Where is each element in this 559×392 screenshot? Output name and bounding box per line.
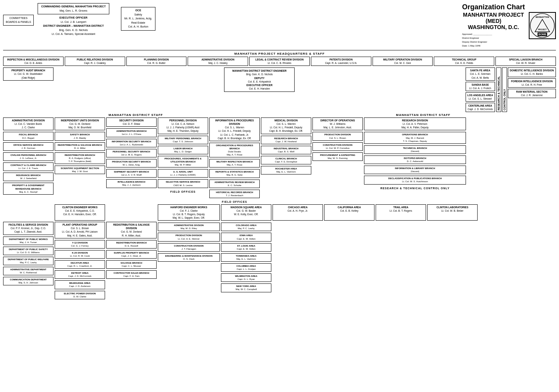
oce-line4: Col. A. H. Burton — [128, 25, 148, 28]
cs-title: CONTRACTOR SALES BRANCH — [114, 272, 149, 274]
domestic-intel-title: DOMESTIC INTELLIGENCE DIVISION — [510, 69, 554, 72]
pd-name: Col. S. L. Brown — [329, 137, 346, 139]
district-staff-grid: ADMINISTRATIVE DIVISION Lt. Col. C. Vand… — [3, 117, 556, 203]
sp-name1: Capt. J. C. Deal, Jr. — [121, 255, 141, 257]
chicago-area-box: CHICAGO AREA Col. A. H. Frye, Jr. — [273, 204, 323, 221]
rbf-name: D. E. Russell — [125, 245, 138, 247]
ibm-name: Capt. B. S. Wolf — [278, 150, 295, 153]
clinical-branch: CLINICAL BRANCH Capt. F. E. Donoghue — [261, 156, 311, 164]
rb-name1: R. A. Rodgers (office) — [69, 157, 91, 159]
ton-name: Maj. E. L. VanHorn — [236, 258, 256, 260]
hq-div-7-title: TECHNICAL GROUP — [436, 58, 492, 61]
admin-div-field-box: ADMINISTRATIVE DIVSION Maj. M. D. Riley — [158, 223, 220, 231]
plant-ops-col: PLANT OPERATONS GROUP Col. S. L. Brown L… — [55, 222, 105, 299]
cb-title: CLINICAL BRANCH — [275, 157, 297, 160]
header-left: COMMITTEES BOARDS & PANELS COMMANDING GE… — [3, 3, 155, 37]
production-div-box: PRODUCTION DIVISION Col. S. L. Brown — [312, 132, 363, 140]
cb-name: Capt. F. E. Donoghue — [275, 161, 297, 163]
rochester-area: ROCHESTER AREA Maj. E. L. VanHorn — [261, 166, 311, 174]
milwaukee-box: MILWAUKEE AREA Capt. J. D. Anderson — [55, 280, 105, 289]
page: COMMITTEES BOARDS & PANELS COMMANDING GE… — [0, 0, 559, 392]
detroit-box: DETROIT AREA Capt. J. D. McCormick — [55, 270, 105, 279]
rbf-title: REDISTRIBUTION BRANCH — [116, 242, 147, 244]
org-chart-title: Organization Chart — [462, 3, 525, 12]
geo-areas: SANTA FE AREA Col. L. E. Seeman Col. A. … — [466, 67, 495, 112]
admin-div-box: ADMINISTRATIVE DIVISION Lt. Col. C. Vand… — [3, 117, 53, 130]
wil-title: WILMINGTON AREA — [235, 275, 257, 277]
pb-title: PROCEDURES, ASSIGNMENTS & UTILIZATION BR… — [164, 157, 201, 163]
empty-fo-2 — [106, 204, 157, 221]
hrb-name: T. J. Rentenbach — [226, 194, 243, 197]
indep-name: Col. G. M. Dorland — [57, 122, 103, 126]
empty-bot-2 — [324, 222, 374, 299]
adf-title: ADMINISTRATIVE DIVSION — [174, 224, 204, 226]
ep-title: ELECTRIC POWER DIVISION — [64, 292, 96, 295]
sec-title: SECURITY DIVISION — [108, 119, 155, 122]
admin-div-col: ADMINISTRATIVE DIVISION Lt. Col. C. Vand… — [3, 117, 53, 203]
admin-branch-sec: ADMINISTRATIVE BRANCH 1st Lt. J. L. O'Ga… — [106, 128, 157, 137]
ins-title: INSURANCE BRANCH — [16, 174, 40, 176]
ssv-title: SELECTIVE SERVICE BRANCH — [166, 181, 200, 183]
rd-title: RESEARCH DIVISION — [366, 119, 464, 122]
command-structure: COMMANDING GENERAL MANHATTAN PROJECT Maj… — [38, 3, 109, 37]
raw-material-name: Col. J. R. Janarone — [510, 93, 554, 97]
clinton-labs-box: CLINTON LABORATORIES Lt. Col. W. B. Bebe… — [427, 204, 478, 221]
isob-name: D. C. Aebersold — [407, 160, 423, 162]
dpb-title: DECLASSIFICATION & PUBLICATIONS BRANCH — [388, 177, 442, 180]
wilmington-box: WILMINGTON AREA Capt. G. L. Ryan — [221, 273, 271, 282]
raw-material-box: RAW MATERIAL SECTION Col. J. R. Janarone — [508, 89, 556, 98]
cp-name: J. G. LeSieur, Jr. — [20, 157, 37, 159]
med-name1: Col. S. L. Warren — [263, 122, 309, 126]
pwel-title: DEPARTMENT OF PUBLIC WELFARE — [8, 258, 49, 261]
redist-salvage-div-box: REDISTRIBUTION & SALVAGE DIVISION Col. G… — [106, 222, 157, 238]
ps-title: DEPARTMENT OF PUBLIC SAFETY — [9, 248, 48, 250]
obr-title: OPERATIONS BRANCH — [402, 133, 428, 136]
dec-title: DECATUR AREA — [71, 262, 89, 264]
do-name2: Maj. L. E. Johnston, Asst. — [314, 126, 361, 129]
public-welfare-box: DEPARTMENT OF PUBLIC WELFARE Maj. P. C. … — [3, 257, 53, 265]
ms-name2: W. E. Kelly, Exec. Off. — [223, 212, 269, 216]
iowa-title: IOWA AREA — [240, 234, 253, 237]
rsd-name1: Col. G. M. Dorland — [108, 230, 155, 233]
po-name2: Lt. Col. A. D. Arnold, PH Liaison — [57, 230, 103, 233]
construction-div-box: CONSTRUCTION DIVISION Lt. Col. W. P. Cor… — [312, 142, 363, 151]
security-col: SECURITY DIVISION Col. D. F. Shaw ADMINI… — [106, 117, 157, 203]
district-staff-labels: MANHATTAN DISTRICT STAFF MANHATTAN DISTR… — [3, 113, 556, 117]
info-security-branch: INFORMATION SECURITY BRANCH 1st Lt. A. L… — [106, 139, 157, 147]
admin-review-branch: ADMINISTRATIVE REVIEW BRANCH E. C. Schul… — [209, 180, 260, 188]
ilb-name: (Vacant) — [411, 170, 419, 173]
centerline-title: CENTERLINE AREA — [468, 104, 493, 107]
plant-ops-box: PLANT OPERATONS GROUP Col. S. L. Brown L… — [55, 222, 105, 238]
pb-name: Maj. W. P. Miller — [175, 164, 192, 166]
director-ops-col: DIRECTOR OF OPERATIONS W. J. Williams Ma… — [312, 117, 363, 203]
ab-title: ADMINISTRATIVE BRANCH — [116, 130, 147, 132]
foreign-intel-title: FOREIGN INTELLIGENCE DIVISON — [510, 79, 554, 83]
columbia-area-box: COLUMBIA AREA Capt. L. L. Grotjan — [221, 263, 271, 272]
hq-div-2: PLANNING DIVISION Col. R. G. Butler — [126, 57, 187, 66]
empty-fo-1 — [3, 204, 53, 221]
mpb-name: Capt. T. S. Johnson — [173, 140, 193, 143]
property-govt-branch: PROPERTY & GOVERNMENT WAREHOUSE BRANCH M… — [3, 183, 53, 194]
hew-title: HANFORD ENGINEER WORKS — [160, 205, 218, 209]
sandia-title: SANDIA BASE — [468, 83, 493, 86]
research-div-col: RESEARCH DIVISION Lt. Col. A. V. Peterso… — [364, 117, 466, 203]
svg-text:PROJECT: PROJECT — [538, 29, 547, 31]
district-staff-label-left: MANHATTAN DISTRICT STAFF — [3, 113, 268, 117]
rsd-title: REDISTRIBUTION & SALVAGE DIVISION — [108, 223, 155, 230]
isb-title: INFORMATION SECURITY BRANCH — [112, 140, 151, 143]
redist-branch-field-box: REDISTRIBUTION BRANCH D. E. Russell — [106, 240, 157, 249]
cs-name: Capt. F. H. Fain — [123, 275, 140, 277]
madison-sq-box: MADISON SQUARE AREA Col. G. W. Basler W.… — [221, 204, 271, 221]
hanford-sub-col: ADMINISTRATIVE DIVSION Maj. M. D. Riley … — [158, 222, 220, 299]
right-col: SANTA FE AREA Col. L. E. Seeman Col. A. … — [466, 67, 556, 112]
district-center: MANHATTAN DISTRICT DISTRICT ENGINEER Bri… — [55, 67, 464, 112]
cd-name: Lt. Col. W. P. Cornelius — [326, 147, 349, 149]
empty-bot-3 — [376, 222, 426, 299]
reports-stats-branch: REPORTS & STATISTICS BRANCH Maj. B. G. S… — [209, 169, 260, 178]
med-title: MEDICAL DIVISION — [263, 119, 309, 122]
nu-name: Lt. J. J. Flaherty (USNR) — [170, 174, 195, 176]
foreign-intel-box: FOREIGN INTELLIGENCE DIVISON Lt. Col. R.… — [508, 78, 556, 88]
svg-text:MANHATTAN: MANHATTAN — [535, 16, 549, 18]
pwel-name: Maj. P. C. Leahy — [20, 261, 37, 264]
facilities-box: FACILITIES & SERVICE DIVISION Col. P. F.… — [3, 222, 53, 235]
